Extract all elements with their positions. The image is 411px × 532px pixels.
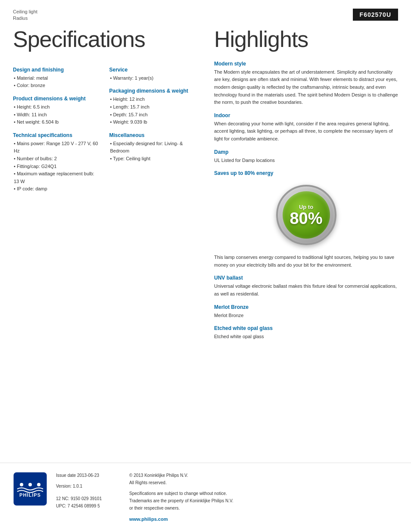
footer-col: Issue date 2013-06-23 Version: 1.0.1 12 … (56, 472, 398, 523)
unv-ballast-text: Universal voltage electronic ballast mak… (214, 283, 398, 298)
product-dimensions-section: Product dimensions & weight Height: 6.5 … (13, 96, 101, 126)
version: Version: 1.0.1 (56, 482, 121, 490)
merlot-bronze-heading: Merlot Bronze (214, 304, 398, 310)
philips-logo: PHILIPS (13, 472, 47, 506)
svg-rect-0 (14, 473, 47, 505)
website-link[interactable]: www.philips.com (129, 516, 168, 522)
technical-specs-section: Technical specifications Mains power: Ra… (13, 132, 101, 193)
tech-item-3: Fitting/cap: G24Q1 (13, 163, 101, 171)
indoor-section: Indoor When decorating your home with li… (214, 112, 398, 143)
dim-item-2: Width: 11 inch (13, 111, 101, 119)
etched-glass-section: Etched white opal glass Etched white opa… (214, 325, 398, 341)
indoor-text: When decorating your home with light, co… (214, 120, 398, 143)
product-info: Ceiling light Radius (13, 9, 37, 22)
design-item-1: Material: metal (13, 75, 101, 82)
tech-item-2: Number of bulbs: 2 (13, 155, 101, 163)
dim-item-3: Net weight: 6.504 lb (13, 118, 101, 126)
service-section: Service Warranty: 1 year(s) (109, 67, 197, 82)
specs-col-right: Service Warranty: 1 year(s) Packaging di… (109, 61, 197, 193)
dim-item-1: Height: 6.5 inch (13, 103, 101, 111)
indoor-heading: Indoor (214, 112, 398, 118)
product-name: Radius (13, 15, 37, 22)
design-finishing-heading: Design and finishing (13, 67, 101, 73)
footer-left: Issue date 2013-06-23 Version: 1.0.1 12 … (56, 472, 121, 523)
specifications-column: Specifications Design and finishing Mate… (13, 22, 206, 347)
modern-style-section: Modern style The Modern style encapsulat… (214, 61, 398, 106)
svg-point-2 (20, 483, 23, 486)
modern-style-heading: Modern style (214, 61, 398, 67)
misc-item-2: Type: Ceiling light (109, 155, 197, 163)
page-container: Ceiling light Radius F602570U Specificat… (0, 0, 411, 532)
specs-cols: Design and finishing Material: metal Col… (13, 61, 197, 193)
product-code-box: F602570U (353, 9, 398, 21)
copyright: © 2013 Koninklijke Philips N.V. All Righ… (129, 472, 398, 486)
specs-title: Specifications (13, 26, 197, 52)
pkg-item-1: Height: 12 inch (109, 96, 197, 103)
nc-upc: 12 NC: 9150 029 39101 UPC: 7 42546 08999… (56, 495, 121, 510)
svg-point-3 (28, 483, 32, 486)
highlights-title: Highlights (214, 26, 398, 52)
tech-item-4: Maximum wattage replacement bulb: 13 W (13, 170, 101, 185)
etched-glass-heading: Etched white opal glass (214, 325, 398, 331)
merlot-bronze-section: Merlot Bronze Merlot Bronze (214, 304, 398, 320)
tech-item-5: IP code: damp (13, 185, 101, 193)
damp-heading: Damp (214, 149, 398, 155)
damp-text: UL Listed for Damp locations (214, 157, 398, 165)
footer-right: © 2013 Koninklijke Philips N.V. All Righ… (129, 472, 398, 523)
saves-energy-heading: Saves up to 80% energy (214, 170, 398, 176)
modern-style-text: The Modern style encapsulates the art of… (214, 68, 398, 106)
energy-badge: Up to 80% (276, 185, 336, 245)
pkg-item-4: Weight: 9.039 lb (109, 118, 197, 126)
service-item-1: Warranty: 1 year(s) (109, 75, 197, 82)
specs-col-left: Design and finishing Material: metal Col… (13, 61, 101, 193)
service-heading: Service (109, 67, 197, 73)
packaging-dimensions-section: Packaging dimensions & weight Height: 12… (109, 88, 197, 126)
tech-item-1: Mains power: Range 120 V - 277 V, 60 Hz (13, 140, 101, 155)
product-category: Ceiling light Radius (13, 9, 37, 22)
header-bar: Ceiling light Radius F602570U (0, 0, 411, 22)
pkg-item-2: Length: 15.7 inch (109, 103, 197, 111)
saves-energy-section: Saves up to 80% energy Up to 80% This la… (214, 170, 398, 269)
svg-point-4 (37, 483, 40, 486)
etched-glass-text: Etched white opal glass (214, 333, 398, 341)
energy-badge-inner: Up to 80% (283, 191, 330, 239)
unv-ballast-section: UNV ballast Universal voltage electronic… (214, 275, 398, 298)
miscellaneous-section: Miscellaneous Especially designed for: L… (109, 132, 197, 163)
footer-info: Issue date 2013-06-23 Version: 1.0.1 12 … (56, 472, 398, 523)
damp-section: Damp UL Listed for Damp locations (214, 149, 398, 165)
merlot-bronze-text: Merlot Bronze (214, 312, 398, 320)
design-item-2: Color: bronze (13, 82, 101, 90)
svg-text:PHILIPS: PHILIPS (19, 492, 41, 498)
disclaimer: Specifications are subject to change wit… (129, 490, 398, 512)
misc-item-1: Especially designed for: Living- & Bedro… (109, 140, 197, 155)
pkg-item-3: Depth: 15.7 inch (109, 111, 197, 119)
highlights-column: Highlights Modern style The Modern style… (206, 22, 398, 347)
miscellaneous-heading: Miscellaneous (109, 132, 197, 138)
product-dimensions-heading: Product dimensions & weight (13, 96, 101, 102)
energy-percent-label: 80% (290, 210, 322, 227)
unv-ballast-heading: UNV ballast (214, 275, 398, 281)
product-type: Ceiling light (13, 9, 37, 15)
design-finishing-section: Design and finishing Material: metal Col… (13, 67, 101, 90)
technical-specs-heading: Technical specifications (13, 132, 101, 138)
main-content: Specifications Design and finishing Mate… (0, 22, 411, 347)
footer: PHILIPS Issue date 2013-06-23 Version: 1… (0, 463, 411, 532)
packaging-dimensions-heading: Packaging dimensions & weight (109, 88, 197, 94)
energy-badge-container: Up to 80% (214, 185, 398, 245)
energy-savings-text: This lamp conserves energy compared to t… (214, 254, 398, 269)
issue-date: Issue date 2013-06-23 (56, 472, 121, 479)
